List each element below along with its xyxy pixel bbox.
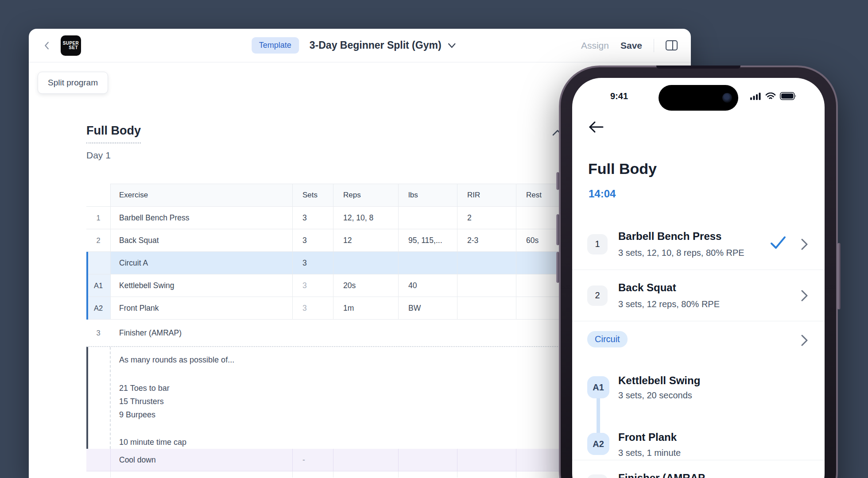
cell-sets[interactable]: 3 [293,274,333,297]
cell-reps[interactable]: 20s [333,274,399,297]
exercise-title: Barbell Bench Press [618,230,721,243]
phone-exercise-item[interactable]: 2 Back Squat 3 sets, 12 reps, 80% RPE [572,270,825,321]
cell-sets[interactable]: 3 [293,229,333,251]
cell-lbs[interactable]: 40 [399,274,457,297]
assign-button[interactable]: Assign [581,40,609,51]
back-chevron-icon[interactable] [42,41,52,50]
cell-sets[interactable]: - [293,449,333,471]
exercise-number-badge: 3 [587,474,608,478]
exercise-title: Kettlebell Swing [618,374,700,387]
phone-volume-up-button [556,214,559,245]
cell-reps[interactable] [333,252,399,274]
program-title[interactable]: 3-Day Beginner Split (Gym) [310,39,456,51]
signal-icon [750,93,761,100]
split-program-chip[interactable]: Split program [38,72,108,94]
cell-exercise[interactable]: Cool down [111,449,293,471]
header-divider [654,39,654,52]
row-index: 1 [86,207,111,229]
phone-circuit-section[interactable]: Circuit A1 Kettlebell Swing 3 sets, 20 s… [572,321,825,460]
header-exercise: Exercise [111,184,293,206]
camera-icon [722,93,732,103]
wifi-icon [765,93,776,100]
cell-sets[interactable]: 3 [293,297,333,319]
exercise-number-badge: 1 [587,234,608,254]
phone-mockup: 9:41 Full Body 14:04 1 Barbell Bench Pre… [559,66,838,478]
save-button[interactable]: Save [620,40,642,51]
header-index [86,184,111,206]
cell-sets[interactable]: 3 [293,207,333,229]
phone-timer[interactable]: 14:04 [589,188,616,200]
exercise-number-badge: 2 [587,285,608,306]
phone-volume-down-button [556,252,559,283]
cell-lbs[interactable]: 95, 115,... [399,229,457,251]
phone-power-button [837,243,841,309]
circuit-connector-line [597,397,600,434]
cell-sets[interactable]: 3 [293,252,333,274]
cell-lbs[interactable] [399,449,457,471]
phone-action-button [556,172,559,190]
row-index: A2 [86,297,111,319]
phone-exercise-item[interactable]: 3 Finisher (AMRAP [572,460,825,478]
row-index [86,449,111,471]
app-header: SUPER SET Template 3-Day Beginner Split … [29,29,691,62]
exercise-title: Finisher (AMRAP [618,472,705,478]
cell-rir[interactable]: 2-3 [457,229,516,251]
circuit-item-badge: A1 [587,376,609,398]
cell-rir[interactable] [457,297,516,319]
cell-exercise[interactable]: Kettlebell Swing [111,274,293,297]
chevron-right-icon[interactable] [801,290,808,301]
cell-rir[interactable] [457,252,516,274]
exercise-title: Front Plank [618,431,677,443]
program-title-text: 3-Day Beginner Split (Gym) [310,39,442,51]
header-lbs: lbs [399,184,457,206]
exercise-subtitle: 3 sets, 1 minute [618,448,681,458]
circuit-item-badge: A2 [587,433,609,455]
chevron-right-icon[interactable] [801,239,808,250]
circuit-accent-bar [86,252,88,320]
phone-exercise-list: 1 Barbell Bench Press 3 sets, 12, 10, 8 … [572,219,825,478]
cell-exercise[interactable]: Front Plank [111,297,293,319]
circuit-badge: Circuit [587,331,628,347]
phone-exercise-item[interactable]: 1 Barbell Bench Press 3 sets, 12, 10, 8 … [572,219,825,270]
back-arrow-icon[interactable] [588,120,604,134]
exercise-title: Back Squat [618,281,676,294]
day-section-subtitle: Day 1 [86,150,141,161]
status-time: 9:41 [610,91,628,101]
cell-reps[interactable]: 1m [333,297,399,319]
cell-rir[interactable] [457,449,516,471]
exercise-subtitle: 3 sets, 12 reps, 80% RPE [618,299,720,309]
completed-check-icon [770,235,787,250]
cell-lbs[interactable] [399,252,457,274]
cell-exercise[interactable]: Barbell Bench Press [111,207,293,229]
day-section-title[interactable]: Full Body [86,124,141,143]
chevron-down-icon[interactable] [448,43,456,48]
cell-rir[interactable]: 2 [457,207,516,229]
header-reps: Reps [333,184,399,206]
logo-text-top: SUPER [63,41,79,46]
phone-workout-title: Full Body [588,160,657,177]
cell-reps[interactable] [333,449,399,471]
phone-screen: 9:41 Full Body 14:04 1 Barbell Bench Pre… [572,78,825,478]
template-badge: Template [252,37,299,54]
battery-icon [780,92,796,100]
row-index: 3 [86,320,111,346]
row-index: 2 [86,229,111,251]
exercise-subtitle: 3 sets, 20 seconds [618,390,692,401]
row-index [86,252,111,274]
cell-lbs[interactable] [399,207,457,229]
cell-lbs[interactable]: BW [399,297,457,319]
notes-accent-bar [86,347,88,449]
cell-exercise[interactable]: Circuit A [111,252,293,274]
cell-exercise[interactable]: Back Squat [111,229,293,251]
split-view-icon[interactable] [666,40,678,50]
screenshot-stage: SUPER SET Template 3-Day Beginner Split … [0,0,868,478]
cell-reps[interactable]: 12 [333,229,399,251]
superset-logo: SUPER SET [61,35,81,56]
chevron-right-icon[interactable] [801,335,808,346]
dynamic-island [659,85,738,111]
exercise-subtitle: 3 sets, 12, 10, 8 reps, 80% RPE [618,248,744,258]
notes-index-gutter [86,347,111,449]
cell-reps[interactable]: 12, 10, 8 [333,207,399,229]
phone-antenna-band [656,66,740,69]
cell-rir[interactable] [457,274,516,297]
